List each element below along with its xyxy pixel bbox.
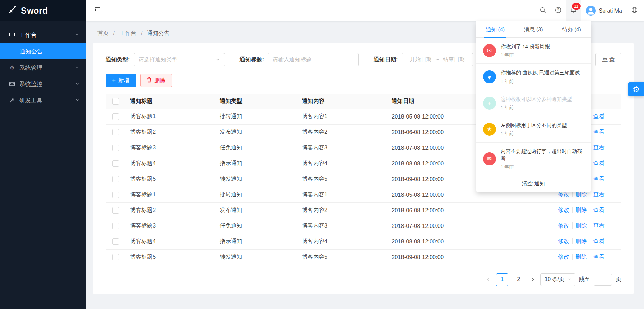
delete-link[interactable]: 删除 <box>572 254 587 260</box>
delete-link[interactable]: 删除 <box>572 191 587 197</box>
view-link[interactable]: 查看 <box>590 238 605 244</box>
row-checkbox[interactable] <box>112 207 119 214</box>
table-row: 博客标题5 转发通知 博客内容5 2018-09-08 12:00:00 修改删… <box>106 249 621 265</box>
notification-item[interactable]: ▶ 你推荐的 曲妮妮 已通过第三轮面试 1 年前 <box>476 64 591 90</box>
sidebar-item-system-management[interactable]: ⚙ 系统管理 <box>0 59 86 76</box>
row-checkbox[interactable] <box>112 129 119 135</box>
cell-date: 2018-08-08 12:00:00 <box>387 234 541 249</box>
notice-title-label: 通知标题: <box>240 56 264 63</box>
sidebar-item-dev-tools[interactable]: 研发工具 <box>0 92 86 108</box>
language-button[interactable] <box>627 0 642 21</box>
breadcrumb-separator: / <box>141 30 143 36</box>
breadcrumb-item-home[interactable]: 首页 <box>97 30 109 36</box>
select-all-checkbox[interactable] <box>112 98 119 105</box>
notification-item[interactable]: ✉ 内容不要超过两行字，超出时自动截断 1 年前 <box>476 143 591 176</box>
sidebar-item-label: 工作台 <box>19 31 37 39</box>
view-link[interactable]: 查看 <box>590 144 605 150</box>
add-button-label: 新增 <box>118 77 129 84</box>
cell-type: 转发通知 <box>215 171 298 187</box>
cell-date: 2018-07-08 12:00:00 <box>387 218 541 234</box>
sidebar-item-label: 通知公告 <box>20 48 43 55</box>
row-checkbox[interactable] <box>112 145 119 151</box>
notice-title-input[interactable] <box>268 53 359 66</box>
breadcrumb-item-workbench[interactable]: 工作台 <box>120 30 137 36</box>
cell-content: 博客内容4 <box>298 234 387 249</box>
page-size-value: 10 条/页 <box>544 276 565 283</box>
cell-title: 博客标题1 <box>126 187 215 202</box>
settings-button[interactable]: ⚙ <box>628 82 644 96</box>
view-link[interactable]: 查看 <box>590 113 605 119</box>
chevron-up-icon <box>75 32 79 38</box>
row-checkbox[interactable] <box>112 192 119 198</box>
logo-text: Sword <box>21 6 48 16</box>
sidebar-item-announcements[interactable]: 通知公告 <box>0 43 86 59</box>
cell-content: 博客内容1 <box>298 109 387 124</box>
notification-time: 1 年前 <box>501 131 567 137</box>
delete-link[interactable]: 删除 <box>572 207 587 213</box>
search-button[interactable] <box>535 0 551 21</box>
send-icon: ▶ <box>483 70 496 83</box>
notification-text: 你推荐的 曲妮妮 已通过第三轮面试 <box>501 69 580 76</box>
delete-button[interactable]: 删除 <box>140 74 172 87</box>
edit-link[interactable]: 修改 <box>558 238 569 244</box>
edit-link[interactable]: 修改 <box>558 191 569 197</box>
cell-title: 博客标题1 <box>126 109 215 124</box>
notification-time: 1 年前 <box>501 105 572 111</box>
notification-item[interactable]: ✉ 你收到了 14 份新周报 1 年前 <box>476 38 591 64</box>
notification-item[interactable]: ★ 左侧图标用于区分不同的类型 1 年前 <box>476 116 591 143</box>
view-link[interactable]: 查看 <box>590 207 605 213</box>
notification-panel: 通知 (4) 消息 (3) 待办 (4) ✉ 你收到了 14 份新周报 1 年前… <box>476 21 591 192</box>
table-row: 博客标题2 发布通知 博客内容2 2018-06-08 12:00:00 修改删… <box>106 202 621 218</box>
row-checkbox[interactable] <box>112 238 119 245</box>
view-link[interactable]: 查看 <box>590 176 605 182</box>
desktop-icon <box>9 32 15 38</box>
tab-notices[interactable]: 通知 (4) <box>476 21 514 37</box>
next-page-button[interactable] <box>529 277 537 282</box>
view-link[interactable]: 查看 <box>590 222 605 229</box>
row-checkbox[interactable] <box>112 160 119 167</box>
page-2-button[interactable]: 2 <box>512 273 525 286</box>
row-checkbox[interactable] <box>112 223 119 229</box>
user-menu[interactable]: Serati Ma <box>581 0 627 21</box>
tab-todos[interactable]: 待办 (4) <box>553 21 591 37</box>
notifications-button[interactable]: 11 <box>566 0 581 21</box>
edit-link[interactable]: 修改 <box>558 222 569 229</box>
row-checkbox[interactable] <box>112 176 119 182</box>
help-button[interactable]: ? <box>551 0 566 21</box>
notification-time: 1 年前 <box>501 52 550 58</box>
add-button[interactable]: + 新增 <box>106 74 136 87</box>
view-link[interactable]: 查看 <box>590 254 605 260</box>
delete-button-label: 删除 <box>154 77 165 84</box>
clear-notifications-button[interactable]: 清空 通知 <box>476 176 591 192</box>
row-checkbox[interactable] <box>112 113 119 120</box>
view-link[interactable]: 查看 <box>590 160 605 166</box>
sidebar-item-system-monitor[interactable]: 系统监控 <box>0 76 86 92</box>
cell-type: 任免通知 <box>215 140 298 156</box>
chevron-down-icon <box>75 80 79 87</box>
date-range-picker[interactable]: 开始日期 ~ 结束日期 <box>402 53 473 66</box>
cell-title: 博客标题3 <box>126 218 215 234</box>
page-1-button[interactable]: 1 <box>496 273 508 286</box>
row-checkbox[interactable] <box>112 254 119 260</box>
notification-text: 你收到了 14 份新周报 <box>501 43 550 50</box>
view-link[interactable]: 查看 <box>590 191 605 197</box>
notification-badge: 11 <box>572 3 581 10</box>
prev-page-button[interactable] <box>484 277 492 282</box>
view-link[interactable]: 查看 <box>590 129 605 135</box>
delete-link[interactable]: 删除 <box>572 222 587 229</box>
cell-type: 批转通知 <box>215 187 298 202</box>
sidebar-item-workbench[interactable]: 工作台 <box>0 27 86 43</box>
breadcrumb-separator: / <box>113 30 115 36</box>
tab-messages[interactable]: 消息 (3) <box>514 21 552 37</box>
delete-link[interactable]: 删除 <box>572 238 587 244</box>
edit-link[interactable]: 修改 <box>558 207 569 213</box>
notification-item[interactable]: + 这种模板可以区分多种通知类型 1 年前 <box>476 90 591 116</box>
cell-title: 博客标题2 <box>126 202 215 218</box>
reset-button[interactable]: 重 置 <box>595 53 621 66</box>
notice-type-select[interactable]: 请选择通知类型 <box>134 53 225 66</box>
jump-page-input[interactable] <box>594 274 612 286</box>
page-size-select[interactable]: 10 条/页 <box>540 273 575 286</box>
edit-link[interactable]: 修改 <box>558 254 569 260</box>
globe-icon <box>631 6 638 15</box>
collapse-sidebar-button[interactable] <box>86 0 109 21</box>
